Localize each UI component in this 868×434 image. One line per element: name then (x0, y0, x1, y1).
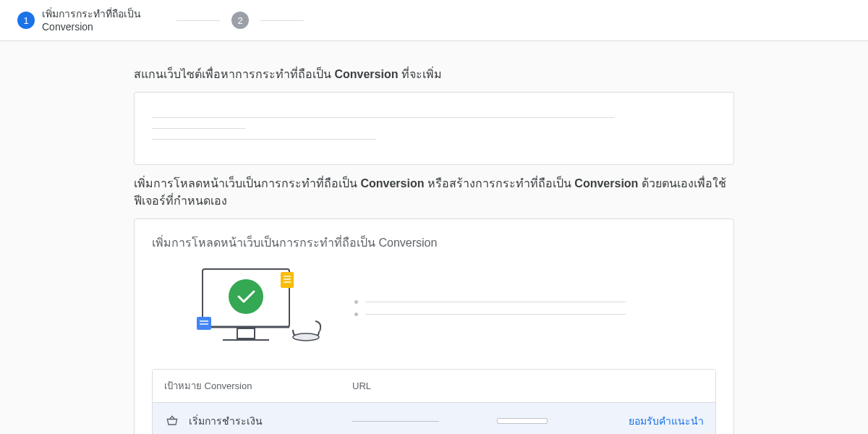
card-title: เพิ่มการโหลดหน้าเว็บเป็นการกระทำที่ถือเป… (152, 234, 716, 252)
skeleton-line (365, 302, 626, 302)
col-header-goal: เป้าหมาย Conversion (164, 378, 352, 393)
goal-label: เริ่มการชำระเงิน (189, 413, 263, 429)
page-body: สแกนเว็บไซต์เพื่อหาการกระทำที่ถือเป็น Co… (0, 41, 868, 434)
accept-suggestion-link[interactable]: ยอมรับคำแนะนำ (629, 413, 704, 429)
step-1[interactable]: 1 เพิ่มการกระทำที่ถือเป็น Conversion (17, 7, 165, 33)
pageload-card: เพิ่มการโหลดหน้าเว็บเป็นการกระทำที่ถือเป… (134, 218, 734, 434)
text: ที่จะเพิ่ม (398, 68, 441, 80)
col-header-url: URL (352, 378, 497, 393)
step-connector-2 (260, 20, 304, 21)
bullet-dot-icon (354, 312, 358, 316)
bullet-dot-icon (354, 300, 358, 304)
scan-heading: สแกนเว็บไซต์เพื่อหาการกระทำที่ถือเป็น Co… (134, 66, 734, 83)
skeleton-line (352, 421, 439, 422)
bullet-row (354, 300, 716, 304)
table-header: เป้าหมาย Conversion URL (153, 370, 715, 403)
step-1-circle: 1 (17, 12, 35, 29)
svg-rect-9 (197, 317, 211, 330)
skeleton-line (152, 128, 246, 129)
monitor-check-illustration (181, 265, 326, 352)
svg-point-4 (229, 279, 263, 314)
svg-rect-2 (237, 328, 255, 339)
add-pageload-heading: เพิ่มการโหลดหน้าเว็บเป็นการกระทำที่ถือเป… (134, 175, 734, 210)
text: เพิ่มการโหลดหน้าเว็บเป็นการกระทำที่ถือเป… (134, 177, 360, 190)
illustration-row (181, 265, 716, 352)
basket-icon (164, 413, 180, 429)
skeleton-line (152, 117, 615, 118)
step-connector (176, 20, 220, 21)
step-2: 2 (231, 12, 249, 29)
step-1-label: เพิ่มการกระทำที่ถือเป็น Conversion (42, 7, 165, 33)
svg-point-12 (293, 333, 319, 341)
bullets (354, 292, 716, 325)
text: สแกนเว็บไซต์เพื่อหาการกระทำที่ถือเป็น (134, 68, 334, 80)
scan-card (134, 92, 734, 165)
text: หรือสร้างการกระทำที่ถือเป็น (424, 177, 574, 190)
bullet-row (354, 312, 716, 316)
skeleton-line (152, 139, 376, 140)
step-2-circle: 2 (231, 12, 249, 29)
skeleton-box (497, 418, 548, 424)
text-bold: Conversion (574, 177, 638, 190)
text-bold: Conversion (360, 177, 424, 190)
skeleton-line (365, 314, 626, 315)
stepper: 1 เพิ่มการกระทำที่ถือเป็น Conversion 2 (0, 0, 868, 41)
conversion-table: เป้าหมาย Conversion URL เริ่มการชำระเงิน… (152, 369, 716, 434)
text-bold: Conversion (334, 68, 398, 80)
svg-rect-5 (281, 272, 294, 288)
table-row: เริ่มการชำระเงิน ยอมรับคำแนะนำ (153, 403, 715, 434)
